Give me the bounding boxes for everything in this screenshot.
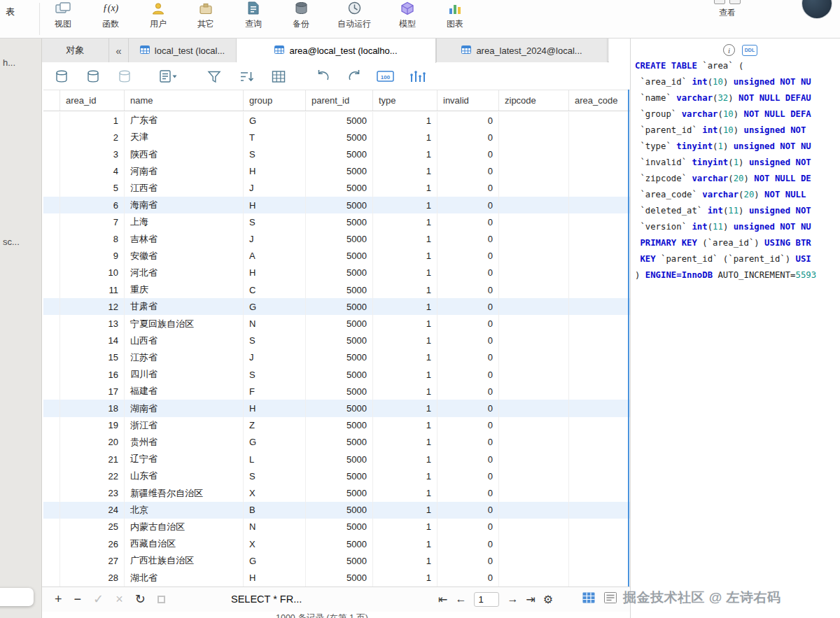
cell-area_id[interactable]: 18 [60, 400, 125, 416]
tab-objects[interactable]: 对象 [42, 38, 109, 62]
cell-area_code[interactable] [569, 468, 630, 484]
cell-name[interactable]: 西藏自治区 [125, 535, 244, 552]
cell-area_code[interactable] [569, 230, 630, 247]
cell-name[interactable]: 江苏省 [125, 349, 244, 366]
row-gutter[interactable] [43, 535, 60, 552]
toolbar-item-viewmode[interactable]: 查看 [707, 0, 748, 38]
cell-parent_id[interactable]: 5000 [306, 281, 373, 298]
cell-group[interactable]: L [244, 451, 306, 468]
cell-group[interactable]: J [244, 180, 306, 197]
cell-invalid[interactable]: 0 [438, 417, 499, 434]
toolbar-item-chart[interactable]: 图表 [431, 0, 479, 38]
avatar[interactable] [802, 0, 832, 18]
cell-type[interactable]: 1 [373, 349, 438, 366]
cell-parent_id[interactable]: 5000 [306, 417, 373, 434]
cell-invalid[interactable]: 0 [438, 213, 499, 230]
cell-area_code[interactable] [569, 315, 630, 332]
cell-area_id[interactable]: 14 [60, 332, 125, 349]
cell-invalid[interactable]: 0 [438, 112, 499, 129]
object-type-label[interactable]: 表 [6, 6, 15, 18]
cell-name[interactable]: 新疆维吾尔自治区 [125, 484, 244, 501]
export-wizard-icon[interactable] [347, 69, 363, 84]
cell-parent_id[interactable]: 5000 [306, 248, 373, 265]
cell-area_code[interactable] [569, 366, 630, 383]
cell-zipcode[interactable] [499, 129, 569, 146]
info-icon[interactable]: i [723, 44, 735, 56]
cell-zipcode[interactable] [499, 315, 569, 332]
cell-type[interactable]: 1 [373, 400, 438, 416]
row-gutter[interactable] [43, 569, 60, 586]
cell-group[interactable]: H [244, 265, 306, 281]
row-gutter[interactable] [43, 434, 60, 451]
cell-area_code[interactable] [569, 248, 630, 265]
row-gutter[interactable] [43, 552, 60, 569]
cell-name[interactable]: 吉林省 [125, 230, 244, 247]
next-page-button[interactable]: → [507, 593, 518, 605]
cell-zipcode[interactable] [499, 451, 569, 468]
cell-name[interactable]: 河南省 [125, 163, 244, 180]
cell-type[interactable]: 1 [373, 129, 438, 146]
cell-area_code[interactable] [569, 213, 630, 230]
cell-invalid[interactable]: 0 [438, 552, 499, 569]
cell-parent_id[interactable]: 5000 [306, 146, 373, 162]
cell-parent_id[interactable]: 5000 [306, 197, 373, 213]
cell-invalid[interactable]: 0 [438, 298, 499, 315]
cell-group[interactable]: Z [244, 417, 306, 434]
cell-name[interactable]: 北京 [125, 502, 244, 519]
rollback-icon[interactable] [118, 69, 132, 84]
pane-splitter[interactable] [628, 90, 629, 587]
cell-group[interactable]: G [244, 434, 306, 451]
filter-icon[interactable] [207, 69, 221, 84]
row-gutter[interactable] [43, 468, 60, 484]
cell-type[interactable]: 1 [373, 552, 438, 569]
cell-invalid[interactable]: 0 [438, 265, 499, 281]
cell-parent_id[interactable]: 5000 [306, 519, 373, 535]
cell-area_id[interactable]: 16 [60, 366, 125, 383]
row-gutter[interactable] [43, 298, 60, 315]
cell-invalid[interactable]: 0 [438, 349, 499, 366]
row-gutter[interactable] [43, 349, 60, 366]
cell-type[interactable]: 1 [373, 315, 438, 332]
cell-type[interactable]: 1 [373, 417, 438, 434]
cell-zipcode[interactable] [499, 535, 569, 552]
row-gutter[interactable] [43, 265, 60, 281]
cell-area_id[interactable]: 15 [60, 349, 125, 366]
row-gutter[interactable] [43, 383, 60, 400]
ddl-icon[interactable]: DDL [742, 45, 757, 56]
row-gutter[interactable] [43, 163, 60, 180]
cell-area_code[interactable] [569, 400, 630, 416]
cell-area_code[interactable] [569, 519, 630, 535]
cell-parent_id[interactable]: 5000 [306, 552, 373, 569]
cell-area_code[interactable] [569, 281, 630, 298]
cell-zipcode[interactable] [499, 146, 569, 162]
cell-type[interactable]: 1 [373, 451, 438, 468]
cell-parent_id[interactable]: 5000 [306, 298, 373, 315]
cell-name[interactable]: 广西壮族自治区 [125, 552, 244, 569]
cell-area_id[interactable]: 7 [60, 213, 125, 230]
tab-area-latest[interactable]: area_latest_2024@local... [436, 38, 608, 62]
cell-area_id[interactable]: 11 [60, 281, 125, 298]
cell-type[interactable]: 1 [373, 230, 438, 247]
cell-invalid[interactable]: 0 [438, 383, 499, 400]
cell-type[interactable]: 1 [373, 163, 438, 180]
cell-zipcode[interactable] [499, 552, 569, 569]
row-gutter[interactable] [43, 484, 60, 501]
toolbar-item-automation[interactable]: 自动运行 [325, 0, 384, 38]
cell-type[interactable]: 1 [373, 569, 438, 586]
cell-name[interactable]: 甘肃省 [125, 298, 244, 315]
cell-name[interactable]: 江西省 [125, 180, 244, 197]
cell-invalid[interactable]: 0 [438, 129, 499, 146]
sidebar-item[interactable]: h... [3, 57, 15, 68]
cell-group[interactable]: A [244, 248, 306, 265]
cell-type[interactable]: 1 [373, 434, 438, 451]
cell-type[interactable]: 1 [373, 502, 438, 519]
cell-invalid[interactable]: 0 [438, 535, 499, 552]
cell-name[interactable]: 天津 [125, 129, 244, 146]
cell-zipcode[interactable] [499, 265, 569, 281]
cell-type[interactable]: 1 [373, 146, 438, 162]
cell-name[interactable]: 湖北省 [125, 569, 244, 586]
tabs-scroll-left-button[interactable]: « [109, 38, 129, 62]
cell-area_code[interactable] [569, 569, 630, 586]
cell-zipcode[interactable] [499, 502, 569, 519]
cell-area_id[interactable]: 17 [60, 383, 125, 400]
